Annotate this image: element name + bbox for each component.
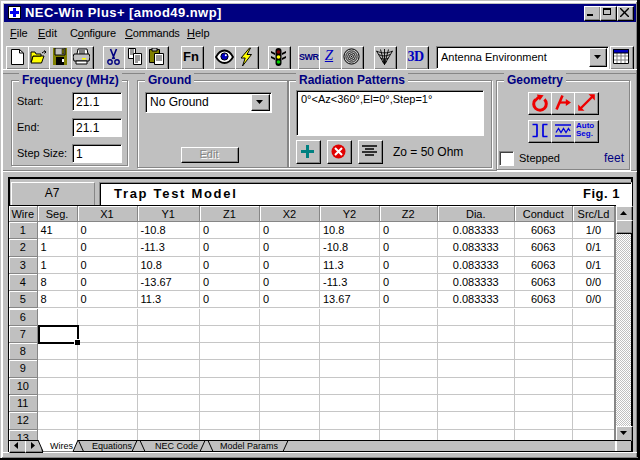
svg-text:Model Params: Model Params xyxy=(220,441,279,451)
svg-text:Wires: Wires xyxy=(50,441,73,451)
svg-text:Equations: Equations xyxy=(92,441,133,451)
svg-text:NEC Code: NEC Code xyxy=(155,441,198,451)
